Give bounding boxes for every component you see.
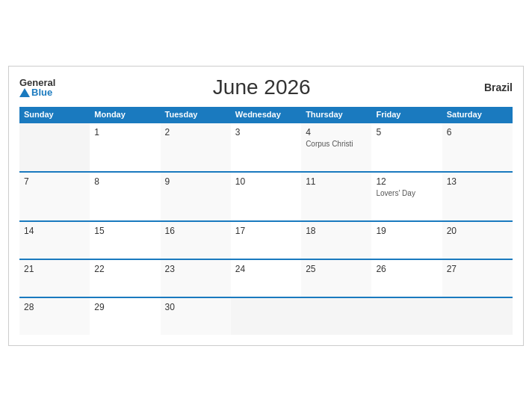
day-number: 30 [165,302,226,312]
calendar-cell: 25 [301,259,371,297]
day-number: 26 [376,264,437,274]
calendar-cell: 26 [371,259,442,297]
calendar-cell: 29 [90,297,160,335]
calendar-cell [231,297,301,335]
day-number: 11 [306,176,367,187]
day-number: 24 [235,264,297,274]
day-number: 21 [24,264,85,274]
week-row-3: 14151617181920 [19,221,513,259]
calendar-cell: 21 [19,259,90,297]
calendar-cell: 6 [442,123,513,172]
calendar-event: Corpus Christi [306,139,367,149]
calendar-cell [442,297,513,335]
calendar-cell: 27 [442,259,513,297]
day-number: 7 [24,176,85,187]
day-number: 15 [94,226,155,236]
day-number: 5 [376,127,437,137]
day-number: 8 [94,176,155,187]
day-number: 14 [24,226,85,236]
weekday-header-tuesday: Tuesday [161,107,231,123]
logo-blue-text: Blue [19,87,55,97]
calendar-cell: 24 [231,259,301,297]
week-row-1: 1234Corpus Christi56 [19,123,513,172]
calendar-cell: 16 [161,221,231,259]
calendar-cell: 28 [19,297,90,335]
day-number: 23 [165,264,226,274]
calendar-cell: 8 [90,172,160,221]
day-number: 3 [235,127,297,137]
calendar-cell: 23 [161,259,231,297]
calendar-cell: 7 [19,172,90,221]
day-number: 18 [306,226,367,236]
calendar-event: Lovers' Day [376,188,437,198]
calendar-cell: 11 [301,172,371,221]
week-row-5: 282930 [19,297,513,335]
weekday-header-sunday: Sunday [19,107,90,123]
weekday-header-thursday: Thursday [301,107,371,123]
weekday-header-friday: Friday [371,107,442,123]
day-number: 10 [235,176,297,187]
day-number: 27 [447,264,508,274]
logo: General Blue [19,78,55,97]
calendar-cell: 4Corpus Christi [301,123,371,172]
calendar-cell: 13 [442,172,513,221]
weekday-header-wednesday: Wednesday [231,107,301,123]
logo-triangle-icon [19,88,30,97]
calendar-cell: 17 [231,221,301,259]
day-number: 22 [94,264,155,274]
calendar-table: SundayMondayTuesdayWednesdayThursdayFrid… [19,107,513,335]
week-row-4: 21222324252627 [19,259,513,297]
logo-general-text: General [19,78,55,87]
calendar-cell: 2 [161,123,231,172]
calendar-title: June 2026 [55,75,468,99]
calendar-cell: 19 [371,221,442,259]
calendar-cell [371,297,442,335]
day-number: 6 [447,127,508,137]
calendar-cell [301,297,371,335]
week-row-2: 789101112Lovers' Day13 [19,172,513,221]
day-number: 29 [94,302,155,312]
day-number: 2 [165,127,226,137]
day-number: 13 [447,176,508,187]
calendar-cell [19,123,90,172]
day-number: 28 [24,302,85,312]
calendar-cell: 1 [90,123,160,172]
day-number: 12 [376,176,437,187]
day-number: 25 [306,264,367,274]
day-number: 17 [235,226,297,236]
calendar-cell: 15 [90,221,160,259]
calendar-cell: 22 [90,259,160,297]
calendar-container: General Blue June 2026 Brazil SundayMond… [8,66,524,346]
day-number: 16 [165,226,226,236]
calendar-country: Brazil [468,81,513,93]
weekday-header-monday: Monday [90,107,160,123]
day-number: 20 [447,226,508,236]
weekday-header-saturday: Saturday [442,107,513,123]
calendar-cell: 9 [161,172,231,221]
calendar-header: General Blue June 2026 Brazil [19,75,513,99]
day-number: 19 [376,226,437,236]
calendar-cell: 14 [19,221,90,259]
weekday-header-row: SundayMondayTuesdayWednesdayThursdayFrid… [19,107,513,123]
calendar-cell: 18 [301,221,371,259]
calendar-cell: 5 [371,123,442,172]
day-number: 9 [165,176,226,187]
calendar-cell: 12Lovers' Day [371,172,442,221]
calendar-cell: 20 [442,221,513,259]
calendar-cell: 10 [231,172,301,221]
day-number: 1 [94,127,155,137]
day-number: 4 [306,127,367,137]
calendar-cell: 3 [231,123,301,172]
calendar-cell: 30 [161,297,231,335]
